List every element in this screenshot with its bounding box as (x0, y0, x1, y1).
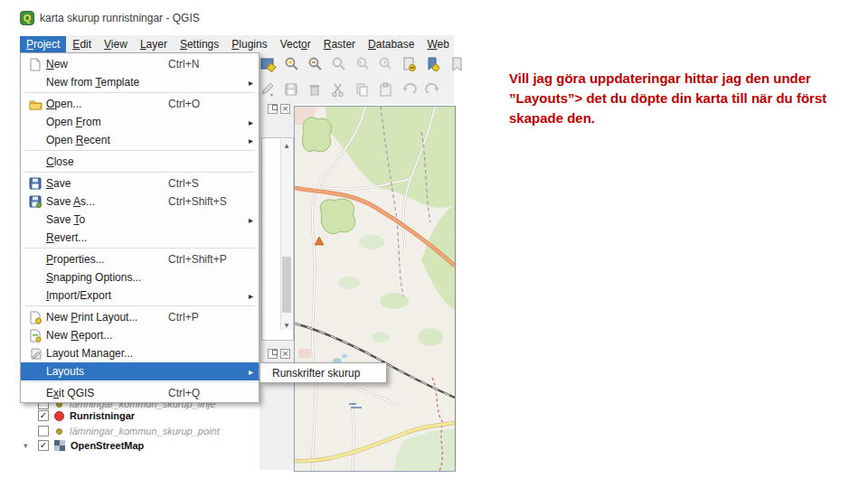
menubar-project[interactable]: Project (20, 36, 66, 52)
menu-item-open-from[interactable]: Open From▸ (21, 113, 259, 131)
menu-item-shortcut: Ctrl+Shift+S (168, 195, 242, 208)
float-panel-icon[interactable] (268, 104, 278, 114)
scrollbar-thumb[interactable] (282, 257, 291, 313)
zoom-out-icon[interactable] (306, 55, 325, 74)
menu-item-shortcut: Ctrl+Q (168, 387, 242, 399)
menu-item-label: Exit QGIS (46, 387, 168, 399)
pan-map-icon[interactable] (259, 55, 278, 74)
menu-item-shortcut: Ctrl+Shift+P (168, 253, 242, 266)
menu-item-shortcut: Ctrl+N (168, 58, 242, 70)
menu-item-layouts[interactable]: Layouts▸ (21, 362, 259, 380)
menu-item-shortcut: Ctrl+P (168, 311, 242, 324)
expander-icon[interactable]: ▾ (24, 441, 33, 450)
scroll-down-icon[interactable]: ▼ (281, 319, 292, 330)
menu-item-label: Open Recent (46, 134, 168, 146)
menu-item-new[interactable]: NewCtrl+N (21, 55, 259, 73)
save-edits-icon[interactable] (282, 80, 301, 99)
map-canvas[interactable] (294, 106, 456, 472)
menu-item-layout-manager[interactable]: Layout Manager... (21, 344, 259, 362)
menu-item-open[interactable]: Open...Ctrl+O (21, 95, 259, 113)
menu-item-close[interactable]: Close (21, 153, 259, 171)
menu-item-save[interactable]: SaveCtrl+S (21, 174, 259, 192)
menu-separator (24, 150, 255, 151)
copy-features-icon[interactable] (353, 80, 372, 99)
zoom-last-icon[interactable] (353, 55, 372, 74)
menubar-database[interactable]: Database (362, 36, 420, 52)
raster-layer-icon (54, 440, 65, 451)
layer-swatch (54, 411, 64, 421)
scroll-up-icon[interactable]: ▲ (281, 139, 292, 150)
menu-item-properties[interactable]: Properties...Ctrl+Shift+P (21, 250, 259, 268)
layer-row-runristningar[interactable]: ✓ Runristningar (38, 410, 135, 421)
delete-selected-icon[interactable] (306, 80, 325, 99)
menu-item-label: Save To (46, 213, 168, 226)
menu-item-label: New (46, 58, 168, 70)
menubar-edit[interactable]: Edit (66, 36, 98, 52)
zoom-in-icon[interactable] (282, 55, 301, 74)
layouts-submenu: Runskrifter skurup (259, 362, 387, 383)
print-layout-icon (24, 310, 46, 324)
submenu-arrow-icon: ▸ (242, 78, 253, 88)
menu-separator (24, 92, 255, 93)
menu-item-label: Open From (46, 116, 168, 128)
cut-features-icon[interactable] (329, 80, 348, 99)
menu-item-revert[interactable]: Revert... (21, 229, 259, 247)
redo-icon[interactable] (423, 80, 442, 99)
layer-label: lämningar_kommun_skurup_point (70, 426, 220, 436)
menu-item-import-export[interactable]: Import/Export▸ (21, 286, 259, 305)
zoom-native-icon[interactable] (329, 55, 348, 74)
menubar-vector[interactable]: Vector (274, 36, 317, 52)
qgis-logo-icon: Q (20, 11, 34, 25)
menu-separator (24, 381, 255, 382)
menu-item-label: Layouts (46, 365, 168, 378)
menubar: Project Edit View Layer Settings Plugins… (20, 35, 454, 52)
menu-item-label: Snapping Options... (46, 271, 168, 284)
layer-checkbox[interactable]: ✓ (38, 440, 49, 451)
menu-item-snapping-options[interactable]: Snapping Options... (21, 268, 259, 286)
menu-item-label: New Print Layout... (46, 311, 168, 324)
menu-item-exit-qgis[interactable]: Exit QGISCtrl+Q (21, 384, 259, 402)
submenu-arrow-icon: ▸ (242, 367, 253, 377)
new-bookmark-icon[interactable] (400, 55, 419, 74)
menu-separator (24, 172, 255, 173)
float-panel-icon[interactable] (268, 349, 278, 359)
menu-item-label: New Report... (46, 329, 168, 342)
menu-item-new-report[interactable]: New Report... (21, 326, 259, 344)
submenu-arrow-icon: ▸ (242, 136, 253, 145)
menu-item-new-from-template[interactable]: New from Template▸ (21, 73, 259, 91)
browser-panel-buttons: × (268, 104, 290, 114)
menubar-raster[interactable]: Raster (317, 36, 362, 52)
bookmark-manager-icon[interactable] (447, 55, 466, 74)
menu-item-save-as[interactable]: Save As...Ctrl+Shift+S (21, 192, 259, 211)
browser-tree[interactable]: ▲ ▼ (261, 137, 294, 341)
menu-item-label: New from Template (46, 76, 168, 89)
browser-panel-strip: × ▲ ▼ × (259, 101, 294, 470)
show-bookmarks-icon[interactable] (423, 55, 442, 74)
window-title: karta skurup runristningar - QGIS (40, 12, 200, 24)
layer-checkbox[interactable] (38, 426, 49, 436)
browser-scrollbar[interactable]: ▲ ▼ (280, 139, 292, 330)
layer-label: OpenStreetMap (71, 440, 144, 451)
menubar-plugins[interactable]: Plugins (225, 36, 273, 52)
layer-checkbox[interactable]: ✓ (38, 410, 49, 421)
undo-icon[interactable] (400, 80, 419, 99)
menu-item-new-print-layout[interactable]: New Print Layout...Ctrl+P (21, 308, 259, 326)
layer-row-openstreetmap[interactable]: ▾ ✓ OpenStreetMap (24, 440, 144, 451)
menubar-view[interactable]: View (98, 36, 134, 52)
layer-row-lamningar-point[interactable]: lämningar_kommun_skurup_point (38, 426, 220, 436)
menu-item-open-recent[interactable]: Open Recent▸ (21, 131, 259, 149)
menubar-layer[interactable]: Layer (134, 36, 174, 52)
close-panel-icon[interactable]: × (280, 349, 290, 359)
close-panel-icon[interactable]: × (280, 104, 290, 114)
project-menu: NewCtrl+N New from Template▸ Open...Ctrl… (20, 52, 259, 403)
zoom-next-icon[interactable] (376, 55, 395, 74)
menubar-web[interactable]: Web (420, 36, 454, 52)
toolbar-row-navigation (259, 55, 466, 74)
menu-item-save-to[interactable]: Save To▸ (21, 211, 259, 229)
vertex-tool-icon[interactable] (259, 80, 278, 99)
layers-panel: lämningar_kommun_skurup_linje ✓ Runristn… (20, 394, 264, 470)
menubar-settings[interactable]: Settings (174, 36, 225, 52)
submenu-item-runskrifter-skurup[interactable]: Runskrifter skurup (272, 367, 360, 380)
paste-features-icon[interactable] (376, 80, 395, 99)
save-icon (24, 176, 46, 191)
